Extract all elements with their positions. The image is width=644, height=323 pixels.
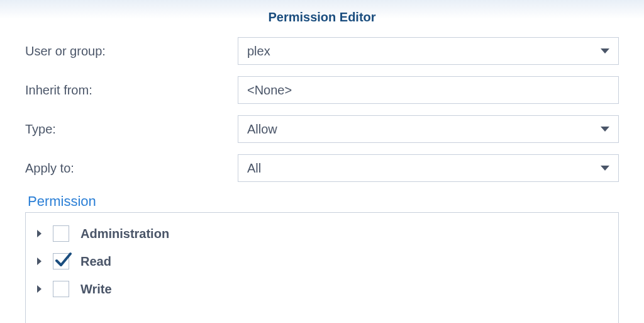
label-apply-to: Apply to: [25,161,238,176]
chevron-down-icon [601,166,609,171]
perm-item-write: Write [37,277,607,301]
row-apply-to: Apply to: All [25,154,619,182]
select-user-or-group-value: plex [247,44,270,59]
chevron-down-icon [601,127,609,132]
row-inherit-from: Inherit from: <None> [25,76,619,104]
label-type: Type: [25,122,238,137]
select-apply-to[interactable]: All [238,154,619,182]
chevron-down-icon [601,48,609,54]
perm-label-administration: Administration [80,227,169,241]
field-inherit-from: <None> [238,76,619,104]
expand-icon[interactable] [37,230,42,237]
select-type-value: Allow [247,122,277,137]
page-title: Permission Editor [25,6,619,37]
expand-icon[interactable] [37,258,42,265]
label-user-or-group: User or group: [25,44,238,59]
label-inherit-from: Inherit from: [25,83,238,98]
perm-item-read: Read [37,249,607,273]
select-apply-to-value: All [247,161,261,176]
perm-item-administration: Administration [37,222,607,246]
permission-header: Permission [25,193,619,210]
checkbox-read[interactable] [53,253,69,269]
perm-label-read: Read [80,254,111,269]
checkbox-administration[interactable] [53,225,69,242]
row-user-or-group: User or group: plex [25,37,619,65]
permission-panel: Administration Read Write [25,212,619,323]
select-user-or-group[interactable]: plex [238,37,619,65]
field-inherit-from-value: <None> [247,83,292,98]
select-type[interactable]: Allow [238,115,619,143]
perm-label-write: Write [80,282,112,297]
checkbox-write[interactable] [53,281,69,297]
row-type: Type: Allow [25,115,619,143]
expand-icon[interactable] [37,285,42,293]
